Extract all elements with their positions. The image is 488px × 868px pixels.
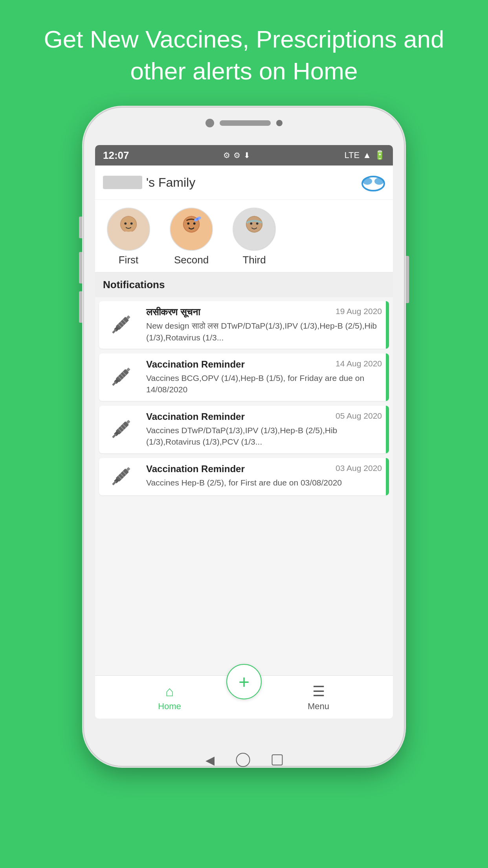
notification-item-4[interactable]: Vaccination Reminder 03 Aug 2020 Vaccine…: [99, 458, 389, 495]
user-name-redacted: [103, 176, 142, 189]
svg-rect-39: [112, 433, 117, 438]
svg-point-8: [130, 223, 133, 225]
fab-add-button[interactable]: +: [226, 664, 262, 699]
notif-accent-4: [386, 458, 389, 495]
children-row: First: [95, 200, 393, 272]
android-nav-bar: ◀: [205, 753, 283, 767]
notifications-section: Notifications: [95, 272, 393, 675]
nav-home-item[interactable]: ⌂ Home: [146, 683, 193, 712]
svg-point-1: [363, 178, 372, 185]
notif-date-1: 19 Aug 2020: [336, 307, 382, 316]
header-tagline: Get New Vaccines, Prescriptions and othe…: [0, 0, 488, 107]
power-button: [405, 256, 409, 303]
svg-point-6: [121, 217, 136, 232]
svg-point-20: [250, 223, 252, 225]
signal-icon: ▲: [363, 150, 371, 160]
notification-item-2[interactable]: Vaccination Reminder 14 Aug 2020 Vaccine…: [99, 353, 389, 401]
status-icons: ⚙ ⚙ ⬇: [223, 151, 250, 160]
notif-content-1: लसीकरण सूचना 19 Aug 2020 New design साठो…: [142, 301, 386, 349]
lte-label: LTE: [345, 150, 360, 160]
status-bar: 12:07 ⚙ ⚙ ⬇ LTE ▲ 🔋: [95, 145, 393, 166]
svg-point-19: [247, 217, 262, 232]
notif-icon-area-3: [99, 406, 142, 453]
notif-date-2: 14 Aug 2020: [336, 359, 382, 368]
syringe-icon-4: [108, 464, 134, 489]
sensor-icon: [276, 120, 283, 126]
notification-item-1[interactable]: लसीकरण सूचना 19 Aug 2020 New design साठो…: [99, 301, 389, 349]
recents-button[interactable]: [272, 754, 283, 765]
notif-accent-2: [386, 353, 389, 401]
notifications-header: Notifications: [95, 272, 393, 297]
notif-accent-1: [386, 301, 389, 349]
notif-body-1: New design साठो लस DTwP/DTaP(1/3),IPV (1…: [146, 320, 382, 343]
menu-icon: ☰: [312, 683, 325, 700]
svg-point-2: [374, 178, 384, 185]
svg-point-7: [124, 223, 127, 225]
download-icon: ⬇: [244, 151, 250, 160]
notif-body-4: Vaccines Hep-B (2/5), for First are due …: [146, 477, 382, 488]
notif-body-3: Vaccines DTwP/DTaP(1/3),IPV (1/3),Hep-B …: [146, 425, 382, 448]
bottom-nav: ⌂ Home + ☰ Menu: [95, 675, 393, 719]
phone-shell: 12:07 ⚙ ⚙ ⬇ LTE ▲ 🔋 's Family: [83, 107, 405, 767]
notif-content-3: Vaccination Reminder 05 Aug 2020 Vaccine…: [142, 406, 386, 453]
nav-menu-item[interactable]: ☰ Menu: [295, 683, 342, 712]
svg-rect-25: [112, 329, 117, 334]
camera-area: [205, 119, 283, 127]
home-circle-button[interactable]: [236, 753, 250, 767]
back-button[interactable]: ◀: [205, 753, 215, 767]
silent-button: [79, 291, 83, 323]
speaker-icon: [220, 120, 271, 126]
front-camera-icon: [205, 119, 214, 127]
syringe-icon-2: [108, 364, 134, 390]
syringe-icon-3: [108, 417, 134, 442]
notif-title-4: Vaccination Reminder: [146, 463, 332, 474]
app-title-area: 's Family: [103, 175, 195, 190]
status-time: 12:07: [103, 149, 129, 162]
child-avatar-third[interactable]: [233, 208, 276, 251]
settings-icon-2: ⚙: [233, 151, 240, 160]
notif-icon-area-2: [99, 353, 142, 401]
volume-up-button: [79, 217, 83, 238]
menu-label: Menu: [308, 701, 329, 712]
child-item-second[interactable]: Second: [170, 208, 213, 266]
app-header: 's Family: [95, 166, 393, 200]
notif-accent-3: [386, 406, 389, 453]
child-item-third[interactable]: Third: [233, 208, 276, 266]
notif-content-4: Vaccination Reminder 03 Aug 2020 Vaccine…: [142, 458, 386, 495]
home-icon: ⌂: [165, 683, 174, 700]
notif-title-3: Vaccination Reminder: [146, 411, 332, 422]
notif-icon-area-1: [99, 301, 142, 349]
child-name-first: First: [119, 254, 139, 266]
notif-icon-area-4: [99, 458, 142, 495]
family-label: 's Family: [146, 175, 195, 190]
notif-date-4: 03 Aug 2020: [336, 463, 382, 473]
notification-list: लसीकरण सूचना 19 Aug 2020 New design साठो…: [95, 297, 393, 499]
settings-icon-1: ⚙: [223, 151, 230, 160]
svg-point-21: [256, 223, 259, 225]
child-name-third: Third: [242, 254, 266, 266]
syringe-icon-1: [108, 312, 134, 338]
notification-item-3[interactable]: Vaccination Reminder 05 Aug 2020 Vaccine…: [99, 406, 389, 453]
notif-content-2: Vaccination Reminder 14 Aug 2020 Vaccine…: [142, 353, 386, 401]
phone-mockup: 12:07 ⚙ ⚙ ⬇ LTE ▲ 🔋 's Family: [83, 107, 405, 783]
notif-body-2: Vaccines BCG,OPV (1/4),Hep-B (1/5), for …: [146, 372, 382, 395]
svg-point-13: [193, 223, 196, 225]
app-logo-icon: [361, 173, 385, 192]
svg-rect-46: [112, 480, 117, 485]
child-item-first[interactable]: First: [107, 208, 150, 266]
child-avatar-second[interactable]: [170, 208, 213, 251]
svg-point-16: [196, 218, 199, 220]
svg-rect-32: [112, 381, 117, 386]
notif-title-2: Vaccination Reminder: [146, 359, 332, 370]
status-right-icons: LTE ▲ 🔋: [345, 150, 385, 160]
child-name-second: Second: [174, 254, 209, 266]
volume-down-button: [79, 252, 83, 283]
notif-date-3: 05 Aug 2020: [336, 411, 382, 421]
home-label: Home: [158, 701, 181, 712]
battery-icon: 🔋: [374, 150, 385, 160]
phone-screen: 12:07 ⚙ ⚙ ⬇ LTE ▲ 🔋 's Family: [95, 145, 393, 719]
plus-icon: +: [238, 671, 250, 693]
child-avatar-first[interactable]: [107, 208, 150, 251]
svg-point-12: [187, 223, 189, 225]
notif-title-1: लसीकरण सूचना: [146, 307, 332, 318]
